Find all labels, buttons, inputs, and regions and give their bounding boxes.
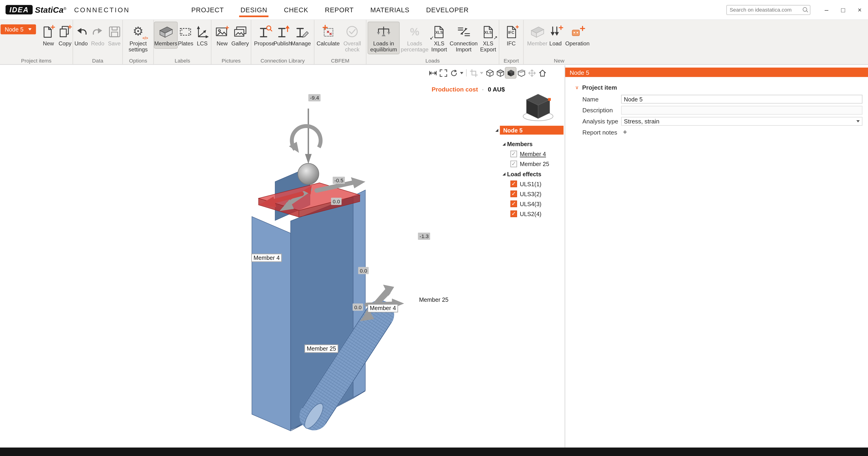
report-notes-label: Report notes [582, 129, 621, 136]
new-load-button[interactable]: Load [547, 22, 565, 48]
member4-checkbox[interactable]: ✓ [510, 151, 517, 157]
3d-scene[interactable] [0, 65, 564, 448]
gallery-button[interactable]: Gallery [231, 22, 249, 48]
member-label-member25-node[interactable]: Member 25 [417, 297, 450, 304]
connection-import-button[interactable]: Connection Import [448, 22, 479, 54]
tree-item-member4[interactable]: Member 4 [520, 151, 546, 157]
registered-mark: ® [63, 7, 66, 11]
description-input[interactable] [621, 106, 863, 115]
tree-load-effects-header[interactable]: Load effects [507, 171, 541, 177]
member-label-member4-node[interactable]: Member 4 [368, 304, 398, 312]
viewport-3d[interactable]: -9.4 -0.5 0.0 -1.3 0.0 0.0 Member 4 Memb… [0, 65, 564, 448]
button-label: Connection Import [448, 41, 479, 53]
viewport-toolbar [427, 68, 548, 78]
menu-project[interactable]: PROJECT [183, 0, 232, 20]
dimension-lines-button[interactable] [427, 68, 438, 78]
xls-export-button[interactable]: XLS ↗ XLS Export [479, 22, 497, 54]
tree-root-node5[interactable]: Node 5 [500, 125, 564, 134]
search-icon[interactable] [803, 7, 809, 13]
new-operation-button[interactable]: Operation [564, 22, 590, 48]
home-view-button[interactable] [537, 68, 548, 78]
chevron-down-icon[interactable] [460, 72, 463, 74]
solid-view-button[interactable] [505, 68, 516, 78]
search-input[interactable] [730, 7, 803, 13]
search-box [726, 5, 811, 14]
tree-root-label: Node 5 [503, 126, 523, 133]
undo-button[interactable]: Undo [73, 22, 89, 48]
menu-materials[interactable]: MATERIALS [362, 0, 418, 20]
menu-report[interactable]: REPORT [317, 0, 362, 20]
new-project-item-button[interactable]: New [40, 22, 57, 48]
ifc-icon: IFC [503, 23, 520, 40]
publish-button[interactable]: Publish [273, 22, 292, 48]
wireframe-view-button[interactable] [485, 68, 495, 78]
calculate-button[interactable]: Calculate [316, 22, 340, 48]
tree-item-uls1[interactable]: ULS1(1) [520, 181, 541, 187]
connection-import-icon [455, 23, 472, 40]
new-member-button: Member [528, 22, 547, 48]
expander-icon[interactable]: ◢ [501, 172, 507, 176]
import-arrow-icon: ↙ [430, 35, 434, 40]
loads-percentage-button: % Loads percentage [399, 22, 430, 54]
collapse-icon[interactable]: ∨ [575, 85, 579, 90]
project-item-section: ∨ Project item [575, 84, 868, 91]
plates-labels-toggle[interactable]: Plates [177, 22, 194, 48]
node-selector[interactable]: Node 5 [0, 24, 36, 34]
button-label: IFC [507, 41, 516, 47]
button-label: Calculate [317, 41, 340, 47]
loads-in-equilibrium-toggle[interactable]: Loads in equilibrium [368, 22, 399, 54]
uls4-checkbox[interactable]: ✓ [510, 201, 517, 207]
ribbon-group-project-items: Node 5 New Copy Project item [0, 20, 73, 64]
expander-icon[interactable]: ◢ [501, 142, 507, 146]
members-labels-toggle[interactable]: Members [154, 22, 177, 48]
zoom-fit-button[interactable] [438, 68, 448, 78]
tree-item-uls3[interactable]: ULS3(2) [520, 191, 541, 197]
manage-button[interactable]: Manage [292, 22, 310, 48]
analysis-type-select[interactable]: Stress, strain [621, 117, 863, 126]
uls2-checkbox[interactable]: ✓ [510, 211, 517, 217]
tree-item-member25[interactable]: Member 25 [520, 161, 549, 168]
section-plane-button[interactable] [516, 68, 526, 78]
chevron-down-icon [480, 72, 483, 74]
expander-icon[interactable]: ◢ [494, 128, 500, 132]
new-picture-button[interactable]: New [213, 22, 231, 48]
menu-check[interactable]: CHECK [276, 0, 317, 20]
tree-item-uls4[interactable]: ULS4(3) [520, 201, 541, 207]
production-cost: Production cost · 0 AU$ [382, 86, 505, 93]
shaded-edges-view-button[interactable] [495, 68, 505, 78]
production-cost-label: Production cost [432, 86, 478, 93]
tree-item-uls2[interactable]: ULS2(4) [520, 211, 541, 217]
ribbon-group-labels: Members Plates [154, 20, 212, 64]
lcs-labels-toggle[interactable]: LCS [194, 22, 211, 48]
close-button[interactable]: × [851, 0, 868, 20]
maximize-button[interactable]: □ [835, 0, 851, 20]
copy-button[interactable]: Copy [57, 22, 73, 48]
tree-members-header[interactable]: Members [507, 141, 533, 147]
menu-design[interactable]: DESIGN [232, 0, 276, 20]
group-label: New [524, 58, 594, 64]
member-label-member25[interactable]: Member 25 [304, 344, 338, 353]
name-input[interactable] [621, 95, 863, 103]
member25-checkbox[interactable]: ✓ [510, 161, 517, 168]
add-report-note-button[interactable]: + [621, 128, 629, 136]
production-cost-value: 0 AU$ [488, 86, 505, 93]
propose-button[interactable]: Propose [255, 22, 274, 48]
minimize-button[interactable]: – [818, 0, 835, 20]
main-menu: PROJECT DESIGN CHECK REPORT MATERIALS DE… [183, 0, 477, 20]
ifc-export-button[interactable]: IFC IFC [502, 22, 520, 48]
uls3-checkbox[interactable]: ✓ [510, 191, 517, 197]
button-label: Publish [274, 41, 292, 47]
xls-tag: XLS [431, 30, 447, 35]
save-button: Save [106, 22, 123, 48]
redo-button: Redo [89, 22, 106, 48]
redo-icon [89, 23, 106, 40]
rotate-view-button[interactable] [448, 68, 459, 78]
member-label-member4[interactable]: Member 4 [251, 253, 282, 262]
group-label: Labels [154, 58, 211, 64]
toolbar-separator [466, 69, 467, 77]
uls1-checkbox[interactable]: ✓ [510, 181, 517, 187]
view-cube[interactable] [521, 91, 555, 123]
menu-developer[interactable]: DEVELOPER [418, 0, 477, 20]
project-settings-button[interactable]: ⚙ </> Project settings [125, 22, 151, 54]
xls-import-button[interactable]: XLS ↙ XLS Import [430, 22, 448, 54]
